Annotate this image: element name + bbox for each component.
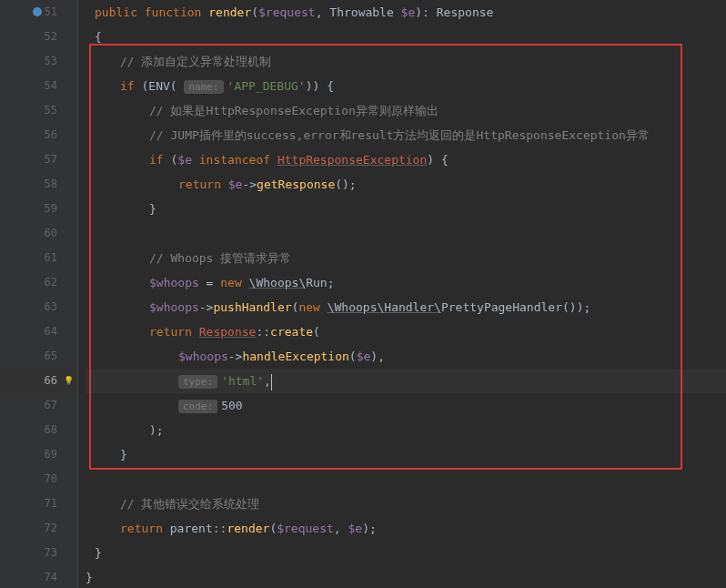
code-line[interactable]: } xyxy=(86,442,726,467)
line-number[interactable]: 51 xyxy=(0,0,77,25)
code-line[interactable]: code:500 xyxy=(86,393,726,418)
code-line[interactable]: // 如果是HttpResponseException异常则原样输出 xyxy=(86,98,726,123)
method: getResponse xyxy=(257,177,335,191)
keyword: if xyxy=(149,153,164,167)
code-line[interactable]: } xyxy=(86,565,726,588)
code-line[interactable] xyxy=(86,221,726,246)
code-line[interactable]: { xyxy=(86,25,726,49)
code-line[interactable]: public function render($request, Throwab… xyxy=(86,0,726,25)
code-editor[interactable]: public function render($request, Throwab… xyxy=(78,0,726,588)
code-line[interactable]: // 其他错误交给系统处理 xyxy=(86,492,726,516)
punctuation: ; xyxy=(328,276,335,289)
arrow: -> xyxy=(228,350,243,363)
variable: $whoops xyxy=(178,350,228,363)
comment: // 其他错误交给系统处理 xyxy=(120,497,259,511)
keyword: return xyxy=(149,325,192,339)
class-name: Throwable xyxy=(329,5,393,19)
comment: // JUMP插件里的success,error和result方法均返回的是Ht… xyxy=(149,128,650,142)
line-number[interactable]: 56 xyxy=(0,123,77,147)
line-number[interactable]: 65 xyxy=(0,344,77,369)
line-number[interactable]: 68 xyxy=(0,418,77,442)
keyword: new xyxy=(220,276,241,289)
parent-ref: parent xyxy=(170,522,213,535)
code-line[interactable] xyxy=(86,467,726,492)
return-type: Response xyxy=(437,5,494,19)
keyword: function xyxy=(145,5,202,19)
punctuation: ); xyxy=(362,522,377,535)
namespace: \Whoops\Handler\ xyxy=(328,300,441,314)
variable: $e xyxy=(357,350,371,363)
line-number[interactable]: 60 xyxy=(0,221,77,246)
code-line[interactable]: // Whoops 接管请求异常 xyxy=(86,246,726,270)
operator: = xyxy=(199,276,220,289)
line-number[interactable]: 67 xyxy=(0,393,77,418)
code-line[interactable]: if (ENV( name:'APP_DEBUG')) { xyxy=(86,74,726,98)
code-line[interactable]: if ($e instanceof HttpResponseException)… xyxy=(86,147,726,172)
variable: $whoops xyxy=(149,300,199,314)
class-name: Response xyxy=(199,325,257,339)
keyword: instanceof xyxy=(199,153,270,167)
line-number[interactable]: 57 xyxy=(0,147,77,172)
string-literal: 'html' xyxy=(221,374,264,388)
code-line[interactable]: $whoops->handleException($e), xyxy=(86,344,726,369)
line-number[interactable]: 53 xyxy=(0,49,77,74)
function-name: render xyxy=(208,5,251,19)
code-line[interactable]: } xyxy=(86,541,726,565)
code-line[interactable]: // 添加自定义异常处理机制 xyxy=(86,49,726,74)
line-number[interactable]: 70 xyxy=(0,467,77,492)
line-number[interactable]: 54 xyxy=(0,74,77,98)
punctuation: , xyxy=(264,374,271,388)
code-line[interactable]: return $e->getResponse(); xyxy=(86,172,726,197)
method: render xyxy=(227,522,269,535)
class-name: HttpResponseException xyxy=(277,153,427,167)
arrow: -> xyxy=(242,177,257,191)
method: handleException xyxy=(242,350,348,363)
punctuation: ()); xyxy=(562,300,590,314)
line-number[interactable]: 69 xyxy=(0,442,77,467)
arrow: -> xyxy=(199,300,214,314)
variable: $request xyxy=(277,522,334,535)
code-line[interactable]: return parent::render($request, $e); xyxy=(86,516,726,541)
line-number[interactable]: 66 xyxy=(0,369,77,393)
code-line[interactable]: } xyxy=(86,197,726,221)
punctuation: ), xyxy=(370,350,385,363)
keyword: return xyxy=(120,522,163,535)
code-line[interactable]: // JUMP插件里的success,error和result方法均返回的是Ht… xyxy=(86,123,726,147)
line-number[interactable]: 71 xyxy=(0,492,77,516)
line-number[interactable]: 59 xyxy=(0,197,77,221)
method: create xyxy=(270,325,313,339)
line-number[interactable]: 72 xyxy=(0,516,77,541)
code-line[interactable]: ); xyxy=(86,418,726,442)
punctuation: ); xyxy=(149,423,164,437)
class-name: PrettyPageHandler xyxy=(441,300,562,314)
code-line[interactable]: type:'html', xyxy=(86,369,726,393)
keyword: if xyxy=(120,79,135,93)
keyword: new xyxy=(298,300,319,314)
line-number[interactable]: 64 xyxy=(0,319,77,344)
code-line[interactable]: $whoops = new \Whoops\Run; xyxy=(86,270,726,295)
line-number-gutter: 51 52 53 54 55 56 57 58 59 60 61 62 63 6… xyxy=(0,0,78,588)
function-call: ENV xyxy=(148,79,169,93)
brace: )) { xyxy=(306,79,334,93)
method: pushHandler xyxy=(213,300,291,314)
variable: $request xyxy=(258,5,316,19)
line-number[interactable]: 52 xyxy=(0,25,77,49)
brace: } xyxy=(95,546,102,560)
brace: ) { xyxy=(427,153,448,167)
code-line[interactable]: $whoops->pushHandler(new \Whoops\Handler… xyxy=(86,295,726,319)
variable: $e xyxy=(228,177,243,191)
line-number[interactable]: 62 xyxy=(0,270,77,295)
param-hint: code: xyxy=(178,400,217,413)
line-number[interactable]: 73 xyxy=(0,541,77,565)
code-line[interactable]: return Response::create( xyxy=(86,319,726,344)
line-number[interactable]: 74 xyxy=(0,565,77,588)
line-number[interactable]: 55 xyxy=(0,98,77,123)
variable: $whoops xyxy=(149,276,199,289)
scope: :: xyxy=(213,522,227,535)
comment: // Whoops 接管请求异常 xyxy=(149,251,291,265)
line-number[interactable]: 61 xyxy=(0,246,77,270)
param-hint: type: xyxy=(178,375,217,389)
line-number[interactable]: 58 xyxy=(0,172,77,197)
line-number[interactable]: 63 xyxy=(0,295,77,319)
variable: $e xyxy=(348,522,363,535)
